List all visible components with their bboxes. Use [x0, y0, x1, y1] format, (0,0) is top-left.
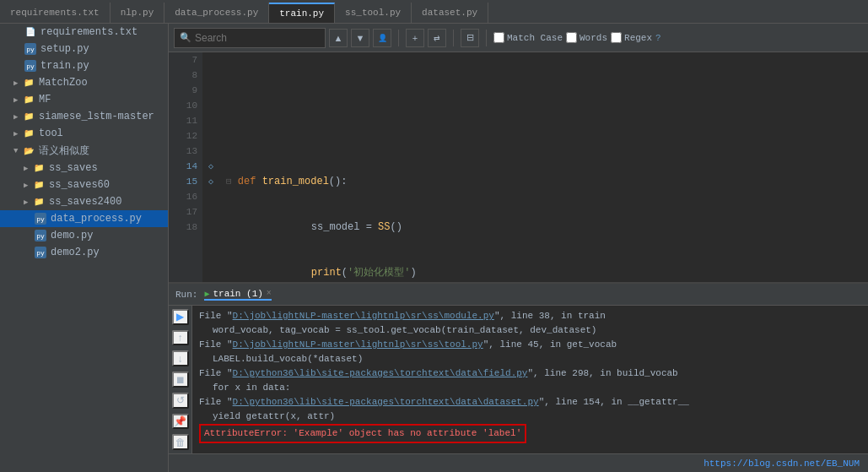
- path-4[interactable]: D:\python36\lib\site-packages\torchtext\…: [233, 397, 539, 407]
- file-txt-icon: 📄: [24, 25, 37, 39]
- gutter-16: [202, 189, 219, 204]
- gutter: ◇ ◇: [202, 52, 219, 282]
- folder-icon-siamese: 📁: [22, 110, 35, 123]
- main-area: 📄 requirements.txt py setup.py py train.…: [0, 24, 868, 472]
- panel-rerun-button[interactable]: ↺: [172, 393, 189, 409]
- sidebar-item-mf[interactable]: ▶ 📁 MF: [0, 91, 168, 108]
- path-3[interactable]: D:\python36\lib\site-packages\torchtext\…: [233, 368, 528, 378]
- folder-icon-ss-saves2400: 📁: [32, 195, 46, 209]
- search-find-button[interactable]: 👤: [373, 29, 391, 47]
- output-area[interactable]: File "D:\job\lightNLP-master\lightnlp\sr…: [192, 306, 868, 453]
- panel-down-button[interactable]: ↓: [172, 350, 189, 366]
- search-replace-button[interactable]: ⇄: [428, 29, 446, 47]
- sidebar-item-ss-saves[interactable]: ▶ 📁 ss_saves: [0, 160, 168, 176]
- line-num-12: 12: [169, 128, 197, 144]
- search-up-button[interactable]: ▲: [329, 29, 348, 47]
- arrow-down-icon-similarity: ▼: [13, 147, 22, 155]
- bookmark-icon-14: ◇: [208, 161, 213, 171]
- bottom-panel: Run: ▶ train (1) × ▶ ↑ ↓ ⏹ ↺ 📌 🗑: [169, 282, 868, 472]
- output-line-5: File "D:\python36\lib\site-packages\torc…: [199, 366, 861, 381]
- tab-requirements[interactable]: requirements.txt: [0, 3, 111, 23]
- sidebar-item-matchzoo[interactable]: ▶ 📁 MatchZoo: [0, 74, 168, 91]
- panel-stop-button[interactable]: ⏹: [172, 372, 189, 388]
- tab-dataset[interactable]: dataset.py: [412, 3, 488, 23]
- output-line-9: AttributeError: 'Example' object has no …: [199, 424, 861, 443]
- sidebar-item-demo[interactable]: py demo.py: [0, 227, 168, 244]
- sidebar-item-ss-saves2400[interactable]: ▶ 📁 ss_saves2400: [0, 193, 168, 210]
- output-line-4: LABEL.build_vocab(*dataset): [199, 352, 861, 366]
- arrow-right-icon: ▶: [13, 79, 22, 88]
- search-divider-2: [453, 30, 454, 46]
- search-input[interactable]: [195, 32, 320, 44]
- search-down-button[interactable]: ▼: [351, 29, 369, 47]
- path-1[interactable]: D:\job\lightNLP-master\lightnlp\sr\ss\mo…: [233, 311, 494, 321]
- fn-ss: SS: [378, 220, 390, 235]
- folder-icon-matchzoo: 📁: [22, 76, 35, 90]
- sidebar-item-tool[interactable]: ▶ 📁 tool: [0, 125, 168, 142]
- folder-icon-mf: 📁: [22, 93, 35, 106]
- tab-nlp[interactable]: nlp.py: [111, 3, 165, 23]
- search-filter-button[interactable]: ⊟: [461, 29, 479, 47]
- regex-option[interactable]: Regex: [611, 32, 652, 43]
- words-option[interactable]: Words: [566, 32, 607, 43]
- gutter-15: ◇: [202, 174, 219, 189]
- line-num-11: 11: [169, 113, 197, 128]
- path-2[interactable]: D:\job\lightNLP-master\lightnlp\sr\ss\to…: [233, 339, 483, 350]
- line-num-16: 16: [169, 189, 197, 204]
- tabs-bar: requirements.txt nlp.py data_process.py …: [0, 0, 868, 24]
- output-line-3: File "D:\job\lightNLP-master\lightnlp\sr…: [199, 338, 861, 352]
- sidebar-item-data-process[interactable]: py data_process.py: [0, 210, 168, 227]
- code-line-9: ⊟ def train_model():: [226, 174, 861, 189]
- parens-ss: (): [390, 220, 402, 235]
- line-num-7: 7: [169, 52, 197, 68]
- folder-icon-similarity: 📂: [22, 144, 35, 158]
- run-tab-bar: Run: ▶ train (1) ×: [169, 284, 868, 306]
- code-line-10: ss_model = SS(): [226, 220, 861, 235]
- file-py-icon-demo: py: [34, 229, 47, 242]
- code-content[interactable]: ⊟ def train_model(): ss_model = SS() pri…: [219, 52, 868, 282]
- match-case-checkbox[interactable]: [493, 32, 504, 43]
- sidebar-item-requirements[interactable]: 📄 requirements.txt: [0, 24, 168, 41]
- gutter-13: [202, 144, 219, 159]
- match-case-option[interactable]: Match Case: [493, 32, 563, 43]
- line-numbers: 7 8 9 10 11 12 13 14 15 16 17 18: [169, 52, 202, 282]
- colon: :: [341, 174, 347, 189]
- line-num-13: 13: [169, 144, 197, 159]
- run-tab-close[interactable]: ×: [267, 289, 272, 298]
- sidebar-item-setup[interactable]: py setup.py: [0, 41, 168, 57]
- output-line-1: File "D:\job\lightNLP-master\lightnlp\sr…: [199, 309, 861, 323]
- search-plus-button[interactable]: +: [406, 29, 424, 47]
- arrow-right-icon-siamese: ▶: [13, 112, 22, 122]
- gutter-10: [202, 98, 219, 113]
- sidebar-item-ss-saves60[interactable]: ▶ 📁 ss_saves60: [0, 176, 168, 193]
- panel-play-button[interactable]: ▶: [172, 309, 189, 325]
- tab-train[interactable]: train.py: [269, 3, 335, 23]
- regex-checkbox[interactable]: [611, 32, 622, 43]
- panel-toolbar: ▶ ↑ ↓ ⏹ ↺ 📌 🗑: [169, 306, 192, 453]
- fn-print: print: [311, 265, 342, 280]
- tab-ss-tool[interactable]: ss_tool.py: [335, 3, 412, 23]
- panel-clear-button[interactable]: 🗑: [172, 434, 189, 450]
- eq: =: [366, 220, 372, 235]
- panel-pin-button[interactable]: 📌: [172, 414, 189, 430]
- line-num-14: 14: [169, 159, 197, 174]
- editor-container: 🔍 ▲ ▼ 👤 + ⇄ ⊟ Match Case Words Regex: [169, 24, 868, 472]
- code-editor: 7 8 9 10 11 12 13 14 15 16 17 18: [169, 52, 868, 282]
- error-message-box: AttributeError: 'Example' object has no …: [199, 424, 526, 443]
- sidebar-item-demo2[interactable]: py demo2.py: [0, 244, 168, 261]
- output-line-2: word_vocab, tag_vocab = ss_tool.get_voca…: [199, 323, 861, 338]
- function-name: train_model: [262, 174, 329, 189]
- search-input-wrap[interactable]: 🔍: [174, 28, 326, 48]
- paren-open: (): [329, 174, 341, 189]
- sidebar-item-siamese[interactable]: ▶ 📁 siamese_lstm-master: [0, 108, 168, 125]
- file-py-icon-demo2: py: [34, 246, 47, 259]
- words-checkbox[interactable]: [566, 32, 577, 43]
- output-line-8: yield getattr(x, attr): [199, 410, 861, 424]
- sidebar-item-train[interactable]: py train.py: [0, 57, 168, 74]
- arrow-right-icon-tool: ▶: [13, 129, 22, 138]
- panel-up-button[interactable]: ↑: [172, 330, 189, 346]
- run-tab-train[interactable]: ▶ train (1) ×: [204, 289, 271, 301]
- help-button[interactable]: ?: [655, 33, 661, 43]
- sidebar-item-similarity[interactable]: ▼ 📂 语义相似度: [0, 142, 168, 160]
- tab-data-process[interactable]: data_process.py: [164, 3, 269, 23]
